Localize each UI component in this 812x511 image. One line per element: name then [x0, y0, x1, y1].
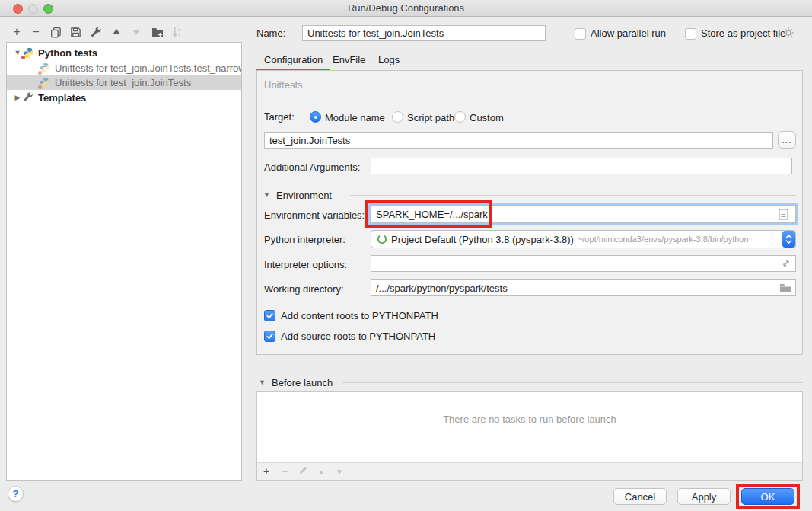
add-configuration-icon[interactable]: + — [9, 25, 24, 39]
add-source-roots-checkbox[interactable] — [264, 331, 275, 342]
run-debug-configurations-dialog: Run/Debug Configurations + − a z — [0, 0, 812, 511]
templates-wrench-icon — [22, 91, 34, 104]
task-move-up-icon: ▲ — [312, 468, 330, 476]
apply-button[interactable]: Apply — [677, 488, 731, 505]
copy-configuration-icon[interactable] — [48, 25, 63, 39]
remove-task-icon: − — [275, 465, 294, 477]
expand-field-icon[interactable] — [781, 258, 791, 269]
configurations-tree: ▼ Python tests Unittests for test_join.J… — [6, 42, 242, 481]
name-label: Name: — [256, 27, 285, 39]
interpreter-options-label: Interpreter options: — [264, 259, 347, 270]
section-divider — [342, 382, 803, 383]
expand-arrow-icon[interactable]: ▶ — [13, 94, 22, 101]
tree-item-python-tests[interactable]: ▼ Python tests — [7, 45, 241, 60]
python-tests-icon — [22, 46, 34, 59]
env-vars-highlight-rectangle — [365, 200, 492, 228]
target-script-path-label: Script path — [407, 112, 454, 123]
allow-parallel-run-checkbox[interactable] — [575, 28, 586, 40]
name-input[interactable]: Unittests for test_join.JoinTests — [302, 25, 546, 41]
additional-arguments-input[interactable] — [371, 158, 792, 174]
move-up-icon[interactable] — [109, 25, 124, 39]
target-module-name-label: Module name — [325, 112, 385, 123]
ok-highlight-rectangle — [736, 484, 800, 509]
additional-arguments-label: Additional Arguments: — [264, 161, 360, 173]
tree-item-label: Python tests — [38, 47, 97, 59]
name-value: Unittests for test_join.JoinTests — [307, 27, 444, 39]
conda-environment-icon — [376, 233, 388, 245]
module-name-input[interactable]: test_join.JoinTests — [264, 132, 773, 149]
task-move-down-icon: ▼ — [330, 468, 349, 476]
python-test-icon — [39, 76, 51, 88]
window-title: Run/Debug Configurations — [0, 2, 812, 14]
store-options-gear-icon[interactable] — [782, 27, 794, 39]
tab-logs[interactable]: Logs — [378, 54, 400, 65]
move-down-icon — [129, 25, 144, 39]
section-divider — [350, 195, 796, 196]
interpreter-options-input[interactable] — [371, 255, 796, 272]
collapse-arrow-icon[interactable]: ▼ — [13, 49, 22, 56]
python-interpreter-value: Project Default (Python 3.8 (pyspark-3.8… — [391, 234, 574, 245]
target-script-path-radio[interactable] — [392, 111, 403, 123]
environment-variables-label: Environment variables: — [264, 209, 365, 221]
target-module-name-radio[interactable] — [310, 111, 321, 123]
python-test-icon — [39, 62, 51, 74]
edit-task-icon — [294, 465, 312, 477]
target-custom-radio[interactable] — [454, 111, 466, 123]
store-as-project-file-checkbox[interactable] — [685, 28, 696, 40]
group-divider — [314, 85, 796, 85]
tab-envfile[interactable]: EnvFile — [333, 54, 365, 65]
environment-section-title: Environment — [276, 190, 332, 201]
tree-item-jointests-selected[interactable]: Unittests for test_join.JoinTests — [7, 75, 241, 90]
working-directory-label: Working directory: — [264, 283, 344, 295]
add-content-roots-label: Add content roots to PYTHONPATH — [281, 310, 438, 321]
before-launch-collapse-icon[interactable]: ▼ — [259, 378, 266, 386]
add-source-roots-label: Add source roots to PYTHONPATH — [281, 331, 435, 342]
remove-configuration-icon[interactable]: − — [28, 25, 43, 39]
working-directory-value: /.../spark/python/pyspark/tests — [376, 283, 508, 294]
save-configuration-icon[interactable] — [68, 25, 83, 39]
working-directory-input[interactable]: /.../spark/python/pyspark/tests — [371, 279, 796, 296]
python-interpreter-dropdown[interactable]: Project Default (Python 3.8 (pyspark-3.8… — [371, 230, 796, 248]
before-launch-title: Before launch — [272, 377, 333, 388]
tab-configuration[interactable]: Configuration — [264, 54, 323, 65]
store-as-project-file-label: Store as project file — [701, 27, 785, 39]
add-content-roots-checkbox[interactable] — [264, 310, 275, 321]
tree-item-test-narrow[interactable]: Unittests for test_join.JoinTests.test_n… — [7, 60, 241, 75]
tree-item-label: Unittests for test_join.JoinTests.test_n… — [55, 62, 242, 74]
new-folder-icon[interactable] — [150, 25, 165, 39]
edit-templates-icon[interactable] — [88, 25, 103, 39]
env-vars-editor-icon[interactable] — [779, 209, 788, 220]
before-launch-task-list: There are no tasks to run before launch … — [256, 391, 803, 481]
sort-alphabetically-icon: a z — [170, 25, 185, 39]
tree-item-templates[interactable]: ▶ Templates — [7, 90, 241, 105]
python-interpreter-label: Python interpreter: — [264, 234, 345, 245]
svg-text:z: z — [178, 33, 180, 38]
before-launch-toolbar: + − ▲ ▼ — [257, 462, 802, 480]
tree-item-label: Unittests for test_join.JoinTests — [55, 77, 191, 88]
title-bar: Run/Debug Configurations — [0, 0, 812, 17]
module-name-value: test_join.JoinTests — [269, 135, 350, 146]
browse-module-button[interactable]: ... — [778, 131, 796, 149]
dropdown-stepper-icon[interactable] — [782, 231, 795, 248]
before-launch-empty-text: There are no tasks to run before launch — [257, 414, 802, 425]
python-interpreter-path: ~/opt/miniconda3/envs/pyspark-3.8/bin/py… — [578, 235, 749, 244]
environment-collapse-icon[interactable]: ▼ — [263, 191, 270, 199]
allow-parallel-run-label: Allow parallel run — [591, 27, 666, 39]
target-custom-label: Custom — [470, 112, 504, 123]
add-task-icon[interactable]: + — [257, 465, 275, 477]
cancel-button[interactable]: Cancel — [613, 488, 667, 505]
help-button[interactable]: ? — [8, 486, 24, 502]
folder-browse-icon[interactable] — [779, 283, 791, 293]
tree-item-label: Templates — [38, 92, 86, 104]
unittests-group-title: Unittests — [264, 79, 303, 91]
svg-text:a: a — [178, 27, 181, 32]
target-label: Target: — [264, 111, 295, 123]
